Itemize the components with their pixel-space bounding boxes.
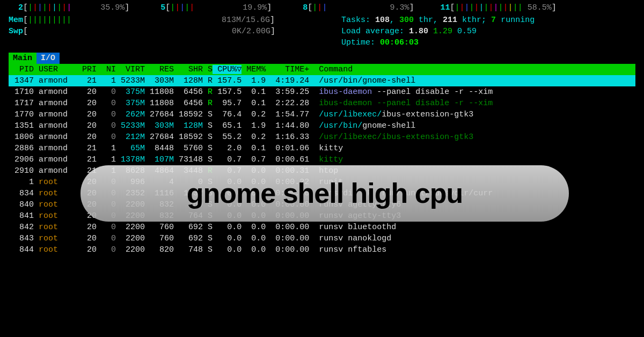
- process-row[interactable]: 1 root 20 0 996 4 0 S 0.0 0.0 0:00.22 ru…: [9, 177, 635, 188]
- col-time+[interactable]: TIME+: [266, 65, 309, 74]
- col-virt[interactable]: VIRT: [116, 65, 145, 74]
- tab-main[interactable]: Main: [9, 53, 36, 64]
- process-row[interactable]: 834 root 20 0 2352 1116 1032 S 0.0 0.0 0…: [9, 188, 635, 199]
- cpu-meter-8: 8[|||9.3%]: [293, 2, 414, 13]
- col-command[interactable]: Command: [309, 65, 512, 74]
- process-row[interactable]: 841 root 20 0 2200 832 764 S 0.0 0.0 0:0…: [9, 210, 635, 222]
- process-list[interactable]: 1347 armond 21 1 5233M 303M 128M R 157.5…: [9, 75, 635, 255]
- process-row[interactable]: 843 root 20 0 2200 760 692 S 0.0 0.0 0:0…: [9, 233, 635, 244]
- uptime-line: Uptime: 00:06:03: [341, 37, 535, 48]
- process-row[interactable]: 1710 armond 20 0 375M 11808 6456 R 157.5…: [9, 86, 635, 98]
- tab-bar: MainI/O: [9, 53, 635, 64]
- mem-swp-row: Mem[|||||||||813M/15.6G] Swp[0K/2.00G] T…: [9, 14, 635, 48]
- stats-column: Tasks: 108, 300 thr, 211 kthr; 7 running…: [341, 14, 535, 48]
- cpu-meter-11: 11[||||||||||||||58.5%]: [435, 2, 556, 13]
- col-cpu[interactable]: CPU%▽: [213, 65, 241, 74]
- col-pri[interactable]: PRI: [77, 65, 97, 74]
- col-mem%[interactable]: MEM%: [241, 65, 266, 74]
- meters-area: 2[|||||||||35.9%] 5[|||||19.9%] 8[|||9.3…: [9, 2, 635, 48]
- htop-screen[interactable]: 2[|||||||||35.9%] 5[|||||19.9%] 8[|||9.3…: [0, 0, 644, 337]
- cpu-meter-2: 2[|||||||||35.9%]: [9, 2, 129, 13]
- process-row[interactable]: 1770 armond 20 0 262M 27684 18592 S 76.4…: [9, 109, 635, 120]
- col-pid[interactable]: PID: [10, 65, 34, 74]
- tab-i-o[interactable]: I/O: [36, 53, 60, 64]
- cpu-row: 2[|||||||||35.9%] 5[|||||19.9%] 8[|||9.3…: [9, 2, 635, 13]
- process-row[interactable]: 842 root 20 0 2200 760 692 S 0.0 0.0 0:0…: [9, 222, 635, 233]
- mem-bars: |||||||||: [28, 16, 71, 25]
- col-ni[interactable]: NI: [97, 65, 116, 74]
- process-row[interactable]: 1347 armond 21 1 5233M 303M 128M R 157.5…: [9, 75, 635, 86]
- process-row[interactable]: 840 root 20 0 2200 832 760 S 0.0 0.0 0:0…: [9, 199, 635, 210]
- tasks-line: Tasks: 108, 300 thr, 211 kthr; 7 running: [341, 14, 535, 26]
- col-s[interactable]: S: [203, 65, 213, 74]
- process-row[interactable]: 2886 armond 21 1 65M 8448 5760 S 2.0 0.1…: [9, 143, 635, 154]
- col-shr[interactable]: SHR: [174, 65, 203, 74]
- process-row[interactable]: 1717 armond 20 0 375M 11808 6456 R 95.7 …: [9, 98, 635, 109]
- swp-meter: Swp[0K/2.00G]: [9, 26, 331, 37]
- process-row[interactable]: 844 root 20 0 2200 820 748 S 0.0 0.0 0:0…: [9, 244, 635, 255]
- mem-meter: Mem[|||||||||813M/15.6G]: [9, 14, 331, 26]
- load-line: Load average: 1.80 1.29 0.59: [341, 26, 535, 37]
- col-user[interactable]: USER: [34, 65, 77, 74]
- process-row[interactable]: 1351 armond 20 0 5233M 303M 128M S 65.1 …: [9, 120, 635, 131]
- process-row[interactable]: 1806 armond 20 0 212M 27684 18592 S 55.2…: [9, 131, 635, 143]
- process-row[interactable]: 2910 armond 21 1 8628 4864 3448 R 0.7 0.…: [9, 165, 635, 177]
- col-res[interactable]: RES: [145, 65, 174, 74]
- process-row[interactable]: 2906 armond 21 1 1378M 107M 73148 S 0.7 …: [9, 154, 635, 165]
- column-headers[interactable]: PID USER PRI NI VIRT RES SHR S CPU%▽ MEM…: [9, 64, 635, 75]
- cpu-meter-5: 5[|||||19.9%]: [151, 2, 272, 13]
